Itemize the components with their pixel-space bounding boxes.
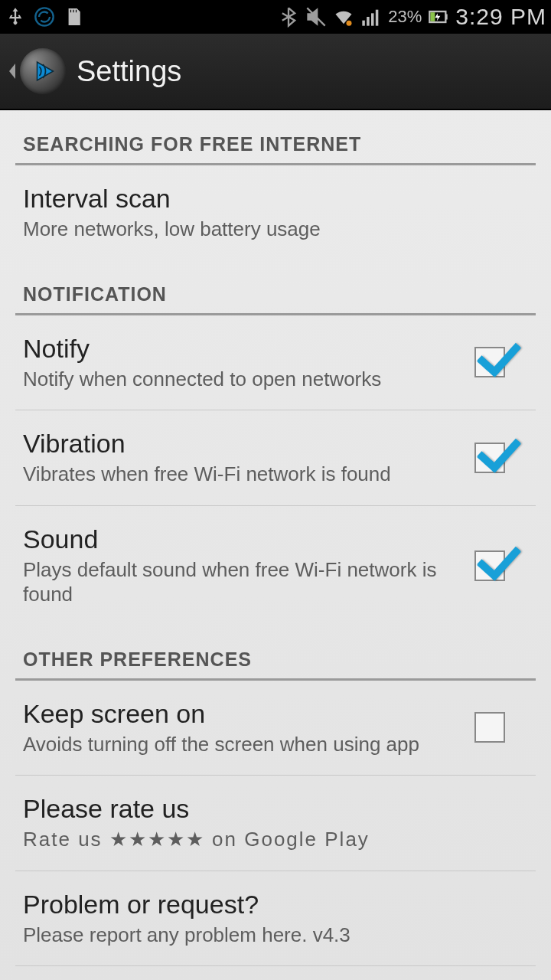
row-problem-request[interactable]: Problem or request? Please report any pr… [15, 871, 536, 967]
svg-rect-5 [376, 10, 379, 26]
row-subtitle: Plays default sound when free Wi-Fi netw… [23, 557, 459, 607]
row-interval-scan[interactable]: Interval scan More networks, low battery… [15, 165, 536, 260]
sd-card-icon [63, 6, 84, 28]
row-subtitle: Rate us ★★★★★ on Google Play [23, 827, 513, 852]
status-bar: 23% 3:29 PM [0, 0, 551, 34]
row-subtitle: Avoids turning off the screen when using… [23, 732, 459, 757]
settings-list: SEARCHING FOR FREE INTERNET Interval sca… [0, 110, 551, 966]
row-subtitle: More networks, low battery usage [23, 217, 513, 242]
row-title: Notify [23, 334, 459, 364]
row-title: Please rate us [23, 794, 513, 824]
section-header-notification: NOTIFICATION [15, 260, 536, 315]
row-sound[interactable]: Sound Plays default sound when free Wi-F… [15, 506, 536, 626]
row-subtitle: Vibrates when free Wi-Fi network is foun… [23, 462, 459, 487]
checkbox-keep-screen-on[interactable] [474, 712, 505, 743]
section-header-search: SEARCHING FOR FREE INTERNET [15, 110, 536, 165]
row-title: Sound [23, 524, 459, 554]
row-subtitle: Please report any problem here. v4.3 [23, 923, 513, 948]
checkbox-notify[interactable] [474, 347, 505, 377]
usb-icon [5, 6, 26, 28]
page-title: Settings [77, 55, 181, 88]
svg-rect-3 [367, 17, 370, 26]
svg-point-0 [35, 8, 53, 25]
checkbox-sound[interactable] [474, 550, 505, 581]
row-rate-us[interactable]: Please rate us Rate us ★★★★★ on Google P… [15, 776, 536, 871]
checkbox-vibration[interactable] [474, 443, 505, 473]
back-button[interactable] [5, 56, 20, 87]
row-keep-screen-on[interactable]: Keep screen on Avoids turning off the sc… [15, 681, 536, 776]
section-header-other: OTHER PREFERENCES [15, 626, 536, 681]
svg-rect-2 [363, 21, 366, 26]
battery-percent: 23% [388, 7, 422, 27]
row-notify[interactable]: Notify Notify when connected to open net… [15, 315, 536, 411]
wifi-icon [333, 6, 354, 28]
row-title: Vibration [23, 429, 459, 459]
row-title: Interval scan [23, 184, 513, 214]
app-icon[interactable] [20, 48, 66, 94]
signal-icon [360, 6, 382, 28]
svg-rect-4 [371, 13, 374, 25]
battery-charging-icon [428, 6, 449, 28]
row-title: Keep screen on [23, 699, 459, 729]
svg-rect-7 [446, 15, 448, 20]
row-subtitle: Notify when connected to open networks [23, 367, 459, 392]
sync-circle-icon [34, 6, 55, 28]
svg-rect-8 [431, 12, 435, 21]
mute-icon [305, 6, 327, 28]
action-bar: Settings [0, 34, 551, 110]
row-title: Problem or request? [23, 890, 513, 920]
svg-point-1 [347, 21, 352, 26]
row-vibration[interactable]: Vibration Vibrates when free Wi-Fi netwo… [15, 410, 536, 506]
bluetooth-icon [278, 6, 299, 28]
clock: 3:29 PM [455, 4, 546, 30]
